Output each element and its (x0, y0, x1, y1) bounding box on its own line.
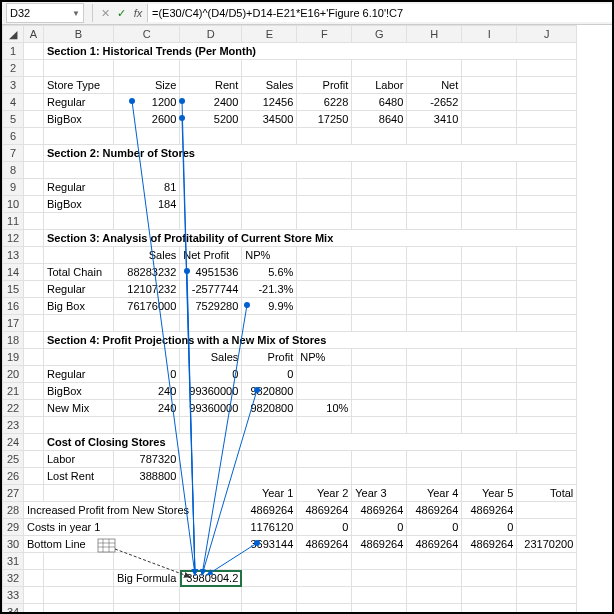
spreadsheet-grid[interactable]: ◢ A B C D E F G H I J 1Section 1: Histor… (2, 25, 612, 614)
col-F[interactable]: F (297, 26, 352, 43)
section-3-title[interactable]: Section 3: Analysis of Profitability of … (44, 230, 577, 247)
cost-title[interactable]: Cost of Closing Stores (44, 434, 577, 451)
big-formula-label[interactable]: Big Formula (114, 570, 180, 587)
col-I[interactable]: I (462, 26, 517, 43)
section-1-title[interactable]: Section 1: Historical Trends (Per Month) (44, 43, 577, 60)
chevron-down-icon[interactable]: ▼ (72, 9, 80, 18)
enter-icon[interactable]: ✓ (113, 7, 129, 20)
column-headers: ◢ A B C D E F G H I J (3, 26, 577, 43)
col-B[interactable]: B (44, 26, 114, 43)
col-H[interactable]: H (407, 26, 462, 43)
col-J[interactable]: J (517, 26, 577, 43)
col-E[interactable]: E (242, 26, 297, 43)
col-C[interactable]: C (114, 26, 180, 43)
cancel-icon[interactable]: ✕ (97, 7, 113, 20)
section-4-title[interactable]: Section 4: Profit Projections with a New… (44, 332, 577, 349)
active-cell[interactable]: 3980904.2 (180, 570, 242, 587)
formula-input[interactable]: =(E30/C4)^(D4/D5)+D14-E21*E16+'Figure 6.… (147, 4, 612, 22)
col-A[interactable]: A (24, 26, 44, 43)
section-2-title[interactable]: Section 2: Number of Stores (44, 145, 577, 162)
col-G[interactable]: G (352, 26, 407, 43)
select-all[interactable]: ◢ (3, 26, 24, 43)
name-box-value: D32 (10, 7, 30, 19)
fx-icon[interactable]: fx (129, 7, 147, 19)
formula-bar: D32 ▼ ✕ ✓ fx =(E30/C4)^(D4/D5)+D14-E21*E… (2, 2, 612, 25)
col-D[interactable]: D (180, 26, 242, 43)
name-box[interactable]: D32 ▼ (6, 3, 84, 23)
